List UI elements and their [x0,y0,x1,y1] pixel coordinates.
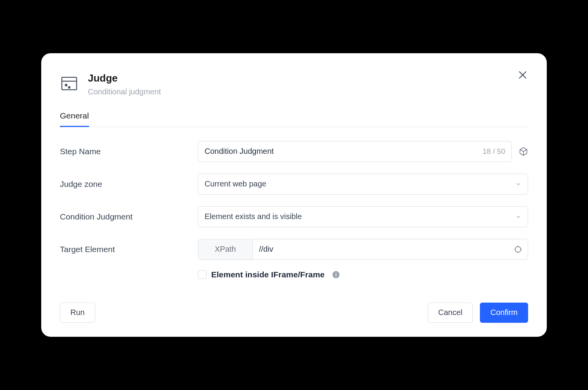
judge-icon [60,74,79,93]
label-condition: Condition Judgment [60,212,198,221]
row-step-name: Step Name 18 / 50 [60,141,528,162]
close-icon [517,70,528,80]
dialog-title: Judge [88,72,528,85]
svg-rect-13 [336,272,336,273]
condition-value: Element exists and is visible [205,212,302,221]
dialog-header: Judge Conditional judgment [60,72,528,96]
row-judge-zone: Judge zone Current web page [60,174,528,195]
iframe-checkbox[interactable] [198,270,206,279]
label-target-element: Target Element [60,245,198,254]
chevron-down-icon [515,214,522,220]
dialog-footer: Run Cancel Confirm [60,303,528,323]
row-iframe-checkbox: Element inside IFrame/Frame [198,270,528,279]
dialog-subtitle: Conditional judgment [88,87,528,96]
confirm-button[interactable]: Confirm [480,303,528,323]
close-button[interactable] [517,70,528,80]
tab-general[interactable]: General [60,107,89,127]
chevron-down-icon [515,181,522,187]
row-condition: Condition Judgment Element exists and is… [60,206,528,227]
run-button[interactable]: Run [60,303,95,323]
cube-icon [519,147,528,156]
condition-select[interactable]: Element exists and is visible [198,206,528,227]
svg-point-5 [68,86,70,89]
judge-zone-value: Current web page [205,179,266,188]
step-name-input[interactable] [205,147,479,156]
label-step-name: Step Name [60,147,198,156]
cancel-button[interactable]: Cancel [428,303,473,323]
label-judge-zone: Judge zone [60,179,198,189]
row-target-element: Target Element XPath [60,239,528,260]
element-picker-button[interactable] [508,239,528,259]
target-type-label[interactable]: XPath [198,239,253,259]
step-name-char-count: 18 / 50 [483,147,505,156]
svg-point-4 [65,84,68,87]
target-xpath-input[interactable] [253,239,508,259]
iframe-checkbox-label: Element inside IFrame/Frame [211,270,325,279]
judge-zone-select[interactable]: Current web page [198,174,528,195]
target-element-group: XPath [198,239,528,260]
judge-dialog: Judge Conditional judgment General Step … [41,53,547,337]
crosshair-icon [514,245,522,254]
variable-picker-button[interactable] [519,147,528,156]
tabs: General [60,107,528,127]
step-name-field[interactable]: 18 / 50 [198,141,512,162]
svg-point-6 [515,247,521,252]
info-icon[interactable] [332,270,340,279]
svg-rect-12 [336,274,336,276]
